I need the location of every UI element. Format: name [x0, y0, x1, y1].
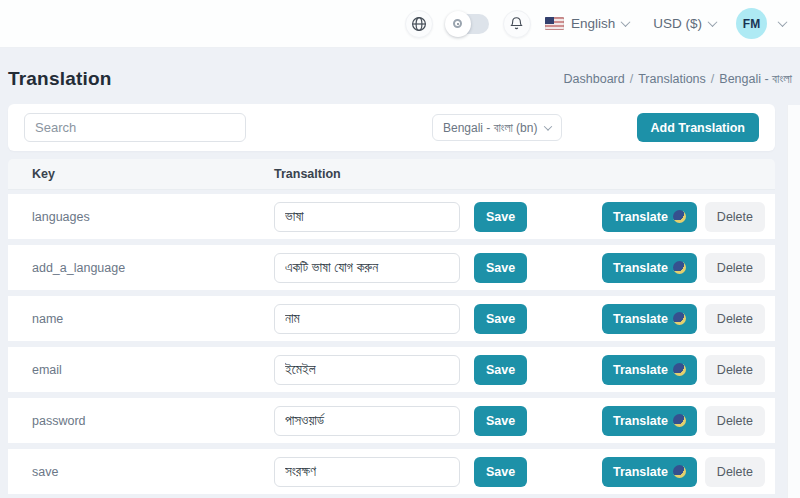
column-translation: Transaltion	[274, 167, 341, 181]
save-button[interactable]: Save	[474, 406, 527, 436]
translation-input[interactable]	[274, 253, 460, 283]
table-row: name Save Translate🌐 Delete	[8, 296, 775, 341]
add-translation-button[interactable]: Add Translation	[637, 113, 759, 142]
globe-emoji-icon: 🌐	[673, 414, 686, 427]
us-flag-icon	[545, 17, 564, 30]
translate-label: Translate	[613, 261, 668, 275]
translate-button[interactable]: Translate🌐	[602, 202, 697, 232]
search-input[interactable]	[24, 113, 246, 142]
globe-emoji-icon: 🌐	[673, 261, 686, 274]
breadcrumb-translations[interactable]: Translations	[638, 72, 706, 86]
bell-icon	[509, 16, 524, 31]
globe-emoji-icon: 🌐	[673, 465, 686, 478]
page-title: Translation	[8, 68, 112, 90]
delete-button[interactable]: Delete	[705, 253, 765, 283]
currency-menu[interactable]: USD ($)	[653, 16, 716, 31]
page-header: Translation Dashboard / Translations / B…	[0, 48, 800, 104]
row-key: name	[8, 312, 274, 326]
translate-button[interactable]: Translate🌐	[602, 406, 697, 436]
language-menu[interactable]: English	[545, 16, 629, 31]
table-row: save Save Translate🌐 Delete	[8, 449, 775, 494]
translate-button[interactable]: Translate🌐	[602, 355, 697, 385]
table-row: add_a_language Save Translate🌐 Delete	[8, 245, 775, 290]
save-button[interactable]: Save	[474, 304, 527, 334]
table-header: Key Transaltion	[8, 159, 775, 190]
globe-emoji-icon: 🌐	[673, 210, 686, 223]
table-row: email Save Translate🌐 Delete	[8, 347, 775, 392]
toggle-knob	[445, 11, 471, 37]
chevron-down-icon	[708, 17, 718, 27]
globe-button[interactable]	[405, 10, 433, 38]
save-button[interactable]: Save	[474, 355, 527, 385]
row-key: password	[8, 414, 274, 428]
save-button[interactable]: Save	[474, 253, 527, 283]
translate-label: Translate	[613, 465, 668, 479]
translate-button[interactable]: Translate🌐	[602, 253, 697, 283]
language-select-value: Bengali - বাংলা (bn)	[443, 121, 537, 135]
translation-input[interactable]	[274, 355, 460, 385]
translation-input[interactable]	[274, 406, 460, 436]
user-menu[interactable]: FM	[736, 8, 786, 39]
filter-bar: Bengali - বাংলা (bn) Add Translation	[8, 104, 775, 151]
delete-button[interactable]: Delete	[705, 355, 765, 385]
breadcrumb-current: Bengali - বাংলা	[719, 72, 792, 87]
translate-label: Translate	[613, 210, 668, 224]
topbar: English USD ($) FM	[0, 0, 800, 48]
translate-label: Translate	[613, 414, 668, 428]
delete-button[interactable]: Delete	[705, 406, 765, 436]
scrollbar-track[interactable]	[787, 105, 800, 498]
row-key: add_a_language	[8, 261, 274, 275]
delete-button[interactable]: Delete	[705, 457, 765, 487]
translation-input[interactable]	[274, 457, 460, 487]
delete-button[interactable]: Delete	[705, 202, 765, 232]
save-button[interactable]: Save	[474, 202, 527, 232]
language-select[interactable]: Bengali - বাংলা (bn)	[432, 114, 562, 141]
globe-icon	[411, 16, 427, 32]
globe-emoji-icon: 🌐	[673, 312, 686, 325]
chevron-down-icon	[778, 17, 788, 27]
breadcrumb-dashboard[interactable]: Dashboard	[564, 72, 625, 86]
language-label: English	[571, 16, 615, 31]
save-button[interactable]: Save	[474, 457, 527, 487]
table-row: languages Save Translate🌐 Delete	[8, 194, 775, 239]
translate-button[interactable]: Translate🌐	[602, 304, 697, 334]
sun-icon	[453, 19, 462, 28]
translation-input[interactable]	[274, 202, 460, 232]
translate-button[interactable]: Translate🌐	[602, 457, 697, 487]
delete-button[interactable]: Delete	[705, 304, 765, 334]
chevron-down-icon	[621, 17, 631, 27]
row-key: save	[8, 465, 274, 479]
translate-label: Translate	[613, 312, 668, 326]
breadcrumb-separator: /	[630, 72, 633, 86]
translation-input[interactable]	[274, 304, 460, 334]
translations-table: Key Transaltion languages Save Translate…	[8, 159, 775, 494]
avatar[interactable]: FM	[736, 8, 767, 39]
table-row: password Save Translate🌐 Delete	[8, 398, 775, 443]
currency-label: USD ($)	[653, 16, 702, 31]
chevron-down-icon	[544, 122, 552, 130]
row-key: languages	[8, 210, 274, 224]
breadcrumb: Dashboard / Translations / Bengali - বাং…	[564, 72, 792, 87]
notifications-button[interactable]	[503, 10, 531, 38]
globe-emoji-icon: 🌐	[673, 363, 686, 376]
row-key: email	[8, 363, 274, 377]
translate-label: Translate	[613, 363, 668, 377]
breadcrumb-separator: /	[711, 72, 714, 86]
theme-toggle[interactable]	[447, 14, 489, 34]
column-key: Key	[8, 167, 274, 181]
